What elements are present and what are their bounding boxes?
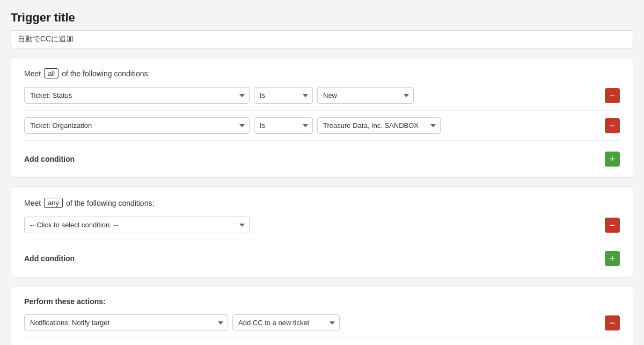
any-condition-row-1: -- Click to select condition. -- Ticket:… [24, 217, 620, 240]
any-add-condition-row: Add condition + [24, 247, 620, 266]
trigger-title-section: Trigger title [11, 11, 633, 48]
trigger-title-input[interactable] [11, 30, 633, 48]
minus-icon: − [610, 318, 616, 328]
all-add-condition-label: Add condition [24, 155, 75, 163]
trigger-title-heading: Trigger title [11, 11, 633, 25]
any-add-condition-button[interactable]: + [605, 251, 620, 266]
action-row-1: Notifications: Notify target Email: Send… [24, 314, 620, 338]
all-add-condition-button[interactable]: + [605, 152, 620, 167]
all-condition-row-1: Ticket: Status Ticket: Organization Tick… [24, 87, 620, 111]
action-1-value-select[interactable]: Add CC to a new ticket Add CC to existin… [232, 314, 340, 331]
action-1-field-select[interactable]: Notifications: Notify target Email: Send… [24, 314, 228, 331]
any-condition-1-remove-button[interactable]: − [605, 218, 620, 233]
any-condition-1-field-select[interactable]: -- Click to select condition. -- Ticket:… [24, 217, 250, 233]
any-badge: any [44, 198, 63, 208]
minus-icon: − [610, 121, 616, 131]
minus-icon: − [610, 91, 616, 100]
all-condition-1-field-select[interactable]: Ticket: Status Ticket: Organization Tick… [24, 87, 250, 104]
minus-icon: − [610, 220, 616, 230]
any-conditions-card: Meet any of the following conditions: --… [11, 186, 633, 277]
actions-heading: Perform these actions: [24, 297, 620, 306]
actions-card: Perform these actions: Notifications: No… [11, 286, 633, 345]
all-condition-row-2: Ticket: Organization Ticket: Status Tick… [24, 117, 620, 141]
any-add-condition-label: Add condition [24, 254, 75, 263]
all-condition-2-remove-button[interactable]: − [605, 118, 620, 133]
all-conditions-label: Meet all of the following conditions: [24, 68, 620, 78]
all-conditions-card: Meet all of the following conditions: Ti… [11, 57, 633, 178]
all-condition-2-operator-select[interactable]: Is Is not [254, 117, 313, 134]
all-condition-1-remove-button[interactable]: − [605, 88, 620, 103]
plus-icon: + [610, 154, 616, 164]
plus-icon: + [610, 254, 616, 263]
all-badge: all [44, 68, 58, 78]
all-condition-1-value-select[interactable]: New Open Pending Solved Closed [317, 87, 414, 104]
all-condition-1-operator-select[interactable]: Is Is not [254, 87, 313, 104]
all-add-condition-row: Add condition + [24, 147, 620, 167]
all-condition-2-field-select[interactable]: Ticket: Organization Ticket: Status Tick… [24, 117, 250, 134]
any-conditions-label: Meet any of the following conditions: [24, 198, 620, 208]
action-1-remove-button[interactable]: − [605, 315, 620, 330]
all-condition-2-value-select[interactable]: Treasure Data, Inc. SANDBOX Other Organi… [317, 117, 441, 134]
